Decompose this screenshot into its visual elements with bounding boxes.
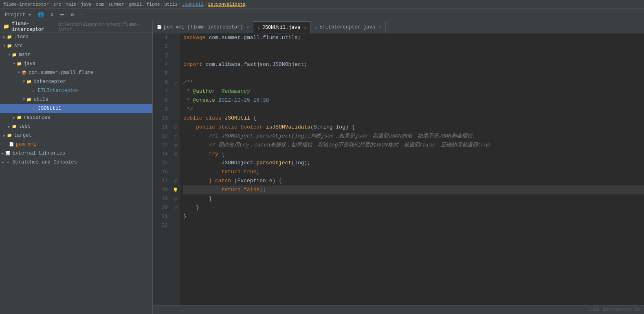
tab-bar: 📄 pom.xml (flume-interceptor) ✕ ☕ JSONUt… <box>153 21 644 33</box>
code-line <box>183 51 644 60</box>
sidebar-item-scratches[interactable]: ▶ ✏️ Scratches and Consoles <box>0 158 152 167</box>
sidebar-item-target[interactable]: ▶ 📁 target <box>0 131 152 140</box>
gear-icon[interactable]: ⚙ <box>69 11 75 19</box>
folder-icon: 📁 <box>6 132 13 139</box>
folder-icon: 📁 <box>6 43 13 49</box>
fold-icon[interactable]: ▽ <box>171 141 180 150</box>
breadcrumb-item[interactable]: isJSONValidata <box>208 2 245 7</box>
tab-jsonutil[interactable]: ☕ JSONUtil.java ✕ <box>253 22 311 33</box>
project-path: D:\Acode\BigDataProject\flume-inter... <box>59 22 149 32</box>
code-line: */ <box>183 105 644 114</box>
editor-area: 📄 pom.xml (flume-interceptor) ✕ ☕ JSONUt… <box>153 21 644 314</box>
split-icon[interactable]: ⚌ <box>58 11 66 19</box>
sidebar-item-idea[interactable]: ▶ 📁 .idea <box>0 33 152 41</box>
sidebar-item-test[interactable]: ▶ 📁 test <box>0 122 152 131</box>
project-dropdown[interactable]: Project ▾ <box>3 11 33 19</box>
project-icon: 📁 <box>3 24 9 30</box>
breadcrumb-item[interactable]: flume <box>147 2 160 7</box>
sidebar-item-src[interactable]: ▼ 📁 src <box>0 41 152 50</box>
fold-icon[interactable]: ▽ <box>171 123 180 132</box>
close-tab-button[interactable]: ✕ <box>246 25 249 30</box>
tree-label: .idea <box>14 34 29 40</box>
collapse-arrow: ▼ <box>13 62 15 66</box>
sidebar-item-pom[interactable]: 📄 pom.xml <box>0 140 152 149</box>
collapse-arrow: ▶ <box>2 151 4 156</box>
collapse-arrow: ▶ <box>3 35 5 39</box>
globe-icon[interactable]: 🌐 <box>36 11 46 19</box>
collapse-arrow: ▶ <box>3 133 5 138</box>
sidebar-tree: ▶ 📁 .idea ▼ 📁 src ▼ 📁 main ▼ 📁 java <box>0 33 152 314</box>
breadcrumb-item[interactable]: gmail <box>129 2 142 7</box>
collapse-arrow: ▶ <box>8 124 10 129</box>
breadcrumb-item[interactable]: com <box>96 2 104 7</box>
close-tab-button[interactable]: ✕ <box>304 25 306 30</box>
code-content[interactable]: package com.summer.gmall.flume.utils; im… <box>180 33 644 305</box>
bulb-icon[interactable]: 💡 <box>171 185 180 194</box>
fold-icon[interactable]: ▽ <box>171 132 180 141</box>
tab-label: JSONUtil.java <box>262 25 301 31</box>
code-editor[interactable]: 1 2 3 4 5 6 7 8 9 10 11 12 13 14 15 16 1… <box>153 33 644 305</box>
breadcrumb-item[interactable]: flume-interceptor <box>3 2 49 7</box>
code-line: public class JSONUtil { <box>183 114 644 123</box>
library-icon: 📊 <box>4 150 11 157</box>
tree-label: Scratches and Consoles <box>12 159 77 165</box>
collapse-arrow: ▶ <box>13 116 15 120</box>
minus-icon[interactable]: — <box>79 11 85 19</box>
tree-label: com.summer.gmall.flume <box>29 70 93 76</box>
list-icon[interactable]: ≡ <box>49 11 55 19</box>
breadcrumb-item[interactable]: utils <box>164 2 178 7</box>
sidebar-item-utils[interactable]: ▼ 📁 utils <box>0 95 152 104</box>
code-line: return true; <box>183 168 644 177</box>
sidebar-item-jsonutil[interactable]: ☕ JSONUtil <box>0 104 152 113</box>
tree-label: utils <box>33 97 48 102</box>
breadcrumb-item[interactable]: summer <box>108 2 125 7</box>
code-line <box>183 42 644 51</box>
code-line: //1.JSONObject.parseObject(log);判断json，如… <box>183 132 644 141</box>
sidebar-item-main[interactable]: ▼ 📁 main <box>0 50 152 59</box>
code-line: * @author Redamancy <box>183 87 644 96</box>
scratches-icon: ✏️ <box>4 159 11 166</box>
project-root-name[interactable]: flume-interceptor <box>12 21 56 33</box>
tree-label: src <box>14 43 23 49</box>
sidebar: 📁 flume-interceptor D:\Acode\BigDataProj… <box>0 21 153 314</box>
tab-pom[interactable]: 📄 pom.xml (flume-interceptor) ✕ <box>153 22 253 33</box>
breadcrumb: flume-interceptor / src / main / java / … <box>0 0 644 9</box>
collapse-arrow: ▼ <box>23 80 25 84</box>
code-line: import com.alibaba.fastjson.JSONObject; <box>183 60 644 69</box>
breadcrumb-item[interactable]: java <box>81 2 91 7</box>
folder-icon: 📁 <box>11 123 18 130</box>
main-toolbar: Project ▾ 🌐 ≡ ⚌ ⚙ — <box>0 9 644 21</box>
tree-label: resources <box>24 115 50 120</box>
tab-label: pom.xml (flume-interceptor) <box>164 24 243 30</box>
code-line: try { <box>183 150 644 159</box>
sidebar-item-external-libraries[interactable]: ▶ 📊 External Libraries <box>0 149 152 158</box>
fold-icon[interactable]: ▽ <box>171 78 180 87</box>
sidebar-item-resources[interactable]: ▶ 📁 resources <box>0 113 152 122</box>
breadcrumb-item[interactable]: main <box>66 2 76 7</box>
xml-file-icon: 📄 <box>8 141 15 148</box>
xml-icon: 📄 <box>157 25 162 30</box>
tree-label: target <box>14 133 31 138</box>
tree-label: JSONUtil <box>38 106 62 111</box>
close-tab-button[interactable]: ✕ <box>379 25 381 30</box>
fold-icon[interactable]: ▽ <box>171 177 180 185</box>
sidebar-item-package[interactable]: ▼ 📦 com.summer.gmall.flume <box>0 68 152 77</box>
collapse-arrow: ▼ <box>8 53 10 57</box>
tab-etl[interactable]: ☕ ETLInterceptor.java ✕ <box>311 22 386 33</box>
code-line: package com.summer.gmall.flume.utils; <box>183 33 644 42</box>
code-line: return false;| <box>183 185 644 194</box>
sidebar-item-etl[interactable]: ☕ ETLInterceptor <box>0 86 152 95</box>
tree-label: java <box>24 61 35 67</box>
sidebar-item-java[interactable]: ▼ 📁 java <box>0 59 152 68</box>
fold-icon[interactable]: ▽ <box>171 194 180 203</box>
sidebar-item-interceptor[interactable]: ▼ 📁 interceptor <box>0 77 152 86</box>
fold-icon[interactable]: ▽ <box>171 150 180 159</box>
breadcrumb-item[interactable]: JSONUtil <box>182 2 204 7</box>
folder-icon: 📁 <box>26 78 32 85</box>
collapse-arrow: ▶ <box>2 160 4 165</box>
java-file-icon: ☕ <box>30 87 37 94</box>
code-line: } catch (Exception e) { <box>183 177 644 185</box>
breadcrumb-item[interactable]: src <box>53 2 62 7</box>
gutter: ▽ ▽ ▽ ▽ ▽ ▽ 💡 ▽ ▽ <box>171 33 180 305</box>
fold-icon[interactable]: ▽ <box>171 203 180 212</box>
